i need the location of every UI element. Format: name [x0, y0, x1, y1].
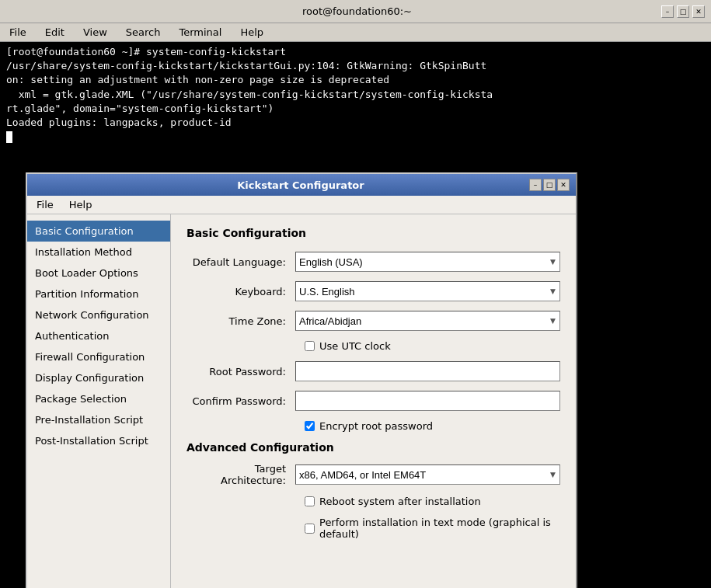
dialog-minimize-button[interactable]: –: [529, 179, 542, 191]
dialog-body: Basic Configuration Installation Method …: [27, 214, 576, 588]
timezone-control: Africa/Abidjan Africa/Accra America/New_…: [295, 311, 560, 331]
encrypt-password-row: Encrypt root password: [305, 420, 560, 432]
encrypt-root-checkbox[interactable]: [305, 421, 315, 431]
sidebar-item-post-installation-script[interactable]: Post-Installation Script: [27, 430, 170, 451]
dialog-title: Kickstart Configurator: [72, 179, 529, 191]
content-area: Basic Configuration Default Language: En…: [171, 214, 576, 588]
root-password-control: [295, 361, 560, 381]
terminal-line-6: Loaded plugins: langpacks, product-id: [6, 116, 705, 130]
dialog-close-button[interactable]: ✕: [557, 179, 570, 191]
encrypt-root-label: Encrypt root password: [319, 420, 433, 432]
terminal-menu-view[interactable]: View: [77, 25, 113, 40]
text-mode-row: Perform installation in text mode (graph…: [305, 517, 560, 540]
timezone-label: Time Zone:: [186, 315, 295, 327]
sidebar-item-authentication[interactable]: Authentication: [27, 325, 170, 346]
kickstart-dialog: Kickstart Configurator – □ ✕ File Help B…: [26, 172, 577, 588]
sidebar-item-firewall-configuration[interactable]: Firewall Configuration: [27, 346, 170, 367]
terminal-line-5: rt.glade", domain="system-config-kicksta…: [6, 102, 705, 116]
reboot-row: Reboot system after installation: [305, 496, 560, 507]
text-mode-checkbox[interactable]: [305, 524, 315, 534]
advanced-config-title: Advanced Configuration: [186, 441, 560, 454]
target-arch-label: Target Architecture:: [186, 463, 295, 486]
root-password-row: Root Password:: [186, 361, 560, 381]
reboot-label: Reboot system after installation: [319, 496, 481, 507]
terminal-line-2: /usr/share/system-config-kickstart/kicks…: [6, 59, 705, 73]
terminal-cursor: [6, 131, 12, 143]
sidebar-item-network-configuration[interactable]: Network Configuration: [27, 304, 170, 325]
text-mode-label: Perform installation in text mode (graph…: [319, 517, 560, 540]
sidebar: Basic Configuration Installation Method …: [27, 214, 171, 588]
sidebar-item-boot-loader-options[interactable]: Boot Loader Options: [27, 263, 170, 284]
use-utc-checkbox[interactable]: [305, 341, 315, 351]
timezone-row: Time Zone: Africa/Abidjan Africa/Accra A…: [186, 311, 560, 331]
default-language-select-wrapper: English (USA) English (UK) French German…: [295, 252, 560, 272]
sidebar-item-display-configuration[interactable]: Display Configuration: [27, 367, 170, 388]
terminal-menu-search[interactable]: Search: [120, 25, 167, 40]
use-utc-row: Use UTC clock: [305, 340, 560, 352]
sidebar-item-basic-configuration[interactable]: Basic Configuration: [27, 221, 170, 242]
sidebar-item-package-selection[interactable]: Package Selection: [27, 388, 170, 409]
sidebar-item-partition-information[interactable]: Partition Information: [27, 284, 170, 304]
reboot-checkbox[interactable]: [305, 496, 315, 506]
terminal-menubar: File Edit View Search Terminal Help: [0, 23, 711, 42]
target-arch-select[interactable]: x86, AMD64, or Intel EM64T x86 AMD64 Int…: [295, 464, 560, 485]
sidebar-item-pre-installation-script[interactable]: Pre-Installation Script: [27, 409, 170, 430]
terminal-cursor-line: [6, 130, 705, 144]
terminal-menu-help[interactable]: Help: [234, 25, 270, 40]
terminal-line-1: [root@foundation60 ~]# system-config-kic…: [6, 45, 705, 59]
default-language-control: English (USA) English (UK) French German…: [295, 252, 560, 272]
default-language-select[interactable]: English (USA) English (UK) French German…: [295, 252, 560, 272]
timezone-select[interactable]: Africa/Abidjan Africa/Accra America/New_…: [295, 311, 560, 331]
default-language-row: Default Language: English (USA) English …: [186, 252, 560, 272]
target-arch-row: Target Architecture: x86, AMD64, or Inte…: [186, 463, 560, 486]
dialog-maximize-button[interactable]: □: [543, 179, 556, 191]
terminal-controls: – □ ✕: [661, 5, 705, 18]
terminal-menu-terminal[interactable]: Terminal: [173, 25, 228, 40]
sidebar-item-installation-method[interactable]: Installation Method: [27, 242, 170, 263]
target-arch-control: x86, AMD64, or Intel EM64T x86 AMD64 Int…: [295, 464, 560, 485]
terminal-maximize-button[interactable]: □: [677, 5, 689, 18]
root-password-input[interactable]: [295, 361, 560, 381]
terminal-line-4: xml = gtk.glade.XML ("/usr/share/system-…: [6, 88, 705, 102]
dialog-titlebar: Kickstart Configurator – □ ✕: [27, 174, 576, 196]
dialog-menu-help[interactable]: Help: [63, 197, 99, 212]
default-language-label: Default Language:: [186, 256, 295, 268]
confirm-password-input[interactable]: [295, 391, 560, 411]
terminal-line-3: on: setting an adjustment with non-zero …: [6, 73, 705, 87]
use-utc-label: Use UTC clock: [319, 340, 391, 352]
basic-config-title: Basic Configuration: [186, 227, 560, 239]
target-arch-select-wrapper: x86, AMD64, or Intel EM64T x86 AMD64 Int…: [295, 464, 560, 485]
terminal-close-button[interactable]: ✕: [692, 5, 705, 18]
keyboard-select-wrapper: U.S. English U.S. International French G…: [295, 281, 560, 301]
confirm-password-control: [295, 391, 560, 411]
keyboard-row: Keyboard: U.S. English U.S. Internationa…: [186, 281, 560, 301]
keyboard-control: U.S. English U.S. International French G…: [295, 281, 560, 301]
root-password-label: Root Password:: [186, 366, 295, 378]
terminal-minimize-button[interactable]: –: [661, 5, 674, 18]
dialog-win-controls: – □ ✕: [529, 179, 570, 191]
terminal-titlebar: root@foundation60:~ – □ ✕: [0, 0, 711, 23]
keyboard-select[interactable]: U.S. English U.S. International French G…: [295, 281, 560, 301]
confirm-password-label: Confirm Password:: [186, 395, 295, 407]
timezone-select-wrapper: Africa/Abidjan Africa/Accra America/New_…: [295, 311, 560, 331]
terminal-title: root@foundation60:~: [53, 5, 661, 17]
terminal-menu-file[interactable]: File: [3, 25, 33, 40]
dialog-menu-file[interactable]: File: [30, 197, 60, 212]
keyboard-label: Keyboard:: [186, 286, 295, 297]
terminal-menu-edit[interactable]: Edit: [39, 25, 71, 40]
confirm-password-row: Confirm Password:: [186, 391, 560, 411]
dialog-menubar: File Help: [27, 196, 576, 214]
